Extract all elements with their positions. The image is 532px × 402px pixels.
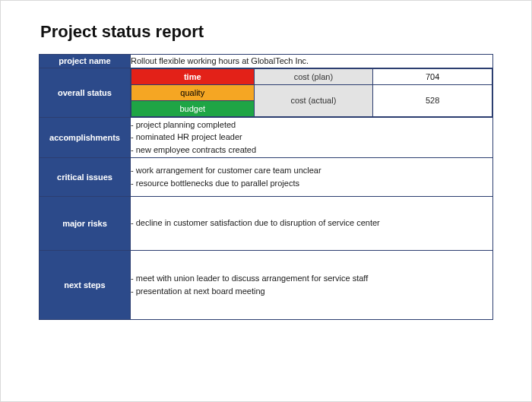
value-next-steps: - meet with union leader to discuss arra… — [131, 250, 493, 319]
value-accomplishments: - project planning completed- nominated … — [131, 117, 493, 157]
label-major-risks: major risks — [40, 196, 131, 250]
label-project-name: project name — [40, 55, 131, 68]
status-grid: time cost (plan) 704 quality cost (actua… — [131, 68, 492, 117]
label-overall-status: overall status — [40, 68, 131, 117]
value-project-name: Rollout flexible working hours at Global… — [131, 55, 493, 68]
page-title: Project status report — [40, 22, 493, 42]
status-budget: budget — [131, 100, 255, 116]
label-cost-actual: cost (actual) — [254, 84, 373, 116]
row-critical-issues: critical issues - work arrangement for c… — [40, 157, 493, 196]
value-cost-actual: 528 — [373, 84, 492, 116]
status-time: time — [131, 68, 255, 84]
value-major-risks: - decline in customer satisfaction due t… — [131, 196, 493, 250]
row-accomplishments: accomplishments - project planning compl… — [40, 117, 493, 157]
value-cost-plan: 704 — [373, 68, 492, 84]
label-accomplishments: accomplishments — [40, 117, 131, 157]
row-major-risks: major risks - decline in customer satisf… — [40, 196, 493, 250]
status-quality: quality — [131, 84, 255, 100]
row-next-steps: next steps - meet with union leader to d… — [40, 250, 493, 319]
row-project-name: project name Rollout flexible working ho… — [40, 55, 493, 68]
row-overall-status: overall status time cost (plan) 704 qual… — [40, 68, 493, 117]
label-critical-issues: critical issues — [40, 157, 131, 196]
label-next-steps: next steps — [40, 250, 131, 319]
label-cost-plan: cost (plan) — [254, 68, 373, 84]
status-table: project name Rollout flexible working ho… — [39, 54, 493, 320]
value-overall-status: time cost (plan) 704 quality cost (actua… — [131, 68, 493, 117]
value-critical-issues: - work arrangement for customer care tea… — [131, 157, 493, 196]
document-page: Project status report project name Rollo… — [0, 0, 532, 402]
